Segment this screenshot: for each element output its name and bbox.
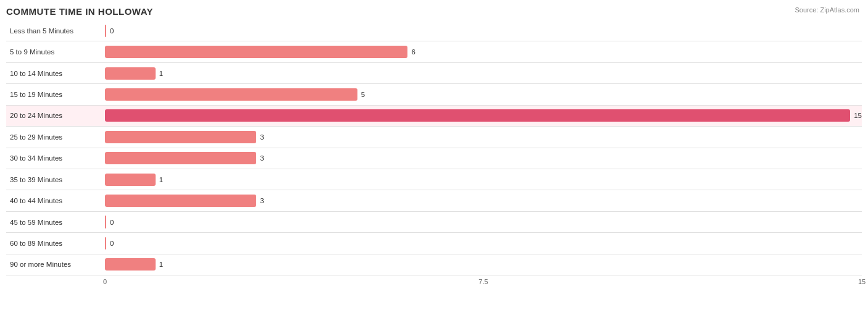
bar-value: 3 [260, 133, 264, 141]
bar-label: 5 to 9 Minutes [6, 48, 105, 56]
chart-container: COMMUTE TIME IN HOLLOWAY Source: ZipAtla… [0, 0, 868, 323]
bar-row: 10 to 14 Minutes1 [6, 63, 862, 84]
bar-row: 5 to 9 Minutes6 [6, 41, 862, 62]
bar-row: 15 to 19 Minutes5 [6, 84, 862, 105]
bar-label: 10 to 14 Minutes [6, 70, 105, 77]
bar-label: 90 or more Minutes [6, 261, 105, 268]
bar-fill [105, 195, 256, 207]
bar-value: 3 [260, 154, 264, 162]
bar-row: 45 to 59 Minutes0 [6, 212, 862, 233]
source-label: Source: ZipAtlas.com [795, 6, 859, 14]
bar-fill [105, 67, 156, 80]
bar-track: 6 [105, 46, 862, 58]
bar-fill [105, 46, 407, 58]
bar-value: 0 [110, 27, 114, 35]
bar-row: 40 to 44 Minutes3 [6, 190, 862, 211]
bar-track: 3 [105, 131, 862, 143]
bar-label: Less than 5 Minutes [6, 27, 105, 35]
bar-label: 30 to 34 Minutes [6, 154, 105, 162]
x-axis-tick: 15 [858, 278, 866, 285]
bar-fill [105, 174, 156, 186]
bar-track: 1 [105, 258, 862, 271]
bar-track: 0 [105, 237, 862, 250]
bar-fill [105, 237, 106, 250]
bar-row: 90 or more Minutes1 [6, 254, 862, 275]
bar-fill [105, 25, 106, 37]
bar-label: 20 to 24 Minutes [6, 112, 105, 119]
bar-label: 15 to 19 Minutes [6, 91, 105, 98]
chart-title: COMMUTE TIME IN HOLLOWAY [6, 6, 862, 17]
bar-value: 15 [854, 112, 862, 119]
bar-row: 30 to 34 Minutes3 [6, 148, 862, 169]
bar-row: 35 to 39 Minutes1 [6, 169, 862, 190]
bar-label: 45 to 59 Minutes [6, 219, 105, 226]
bar-value: 1 [159, 176, 163, 183]
bar-label: 35 to 39 Minutes [6, 176, 105, 183]
bar-track: 5 [105, 88, 862, 101]
bar-row: 60 to 89 Minutes0 [6, 233, 862, 254]
bar-value: 0 [110, 219, 114, 226]
bar-fill [105, 216, 106, 228]
bar-track: 0 [105, 25, 862, 37]
bar-fill [105, 131, 256, 143]
bar-value: 1 [159, 70, 163, 77]
bar-row: 20 to 24 Minutes15 [6, 106, 862, 127]
bar-track: 0 [105, 216, 862, 228]
x-axis-tick: 0 [103, 278, 107, 285]
bars-wrapper: Less than 5 Minutes05 to 9 Minutes610 to… [6, 20, 862, 275]
chart-area: Less than 5 Minutes05 to 9 Minutes610 to… [6, 20, 862, 294]
bar-label: 40 to 44 Minutes [6, 197, 105, 204]
bar-value: 6 [411, 48, 415, 56]
bar-row: Less than 5 Minutes0 [6, 20, 862, 41]
bar-label: 60 to 89 Minutes [6, 240, 105, 247]
bar-track: 3 [105, 195, 862, 207]
x-axis-tick: 7.5 [478, 278, 488, 285]
bar-track: 15 [105, 109, 862, 122]
bar-row: 25 to 29 Minutes3 [6, 127, 862, 148]
bar-value: 1 [159, 261, 163, 268]
bar-label: 25 to 29 Minutes [6, 133, 105, 141]
bar-track: 3 [105, 152, 862, 164]
bar-value: 0 [110, 240, 114, 247]
bar-fill [105, 109, 850, 122]
x-axis: 07.515 [105, 275, 862, 294]
bar-fill [105, 88, 357, 101]
bar-fill [105, 258, 156, 271]
bar-value: 3 [260, 197, 264, 204]
bar-track: 1 [105, 67, 862, 80]
bar-track: 1 [105, 174, 862, 186]
bar-value: 5 [361, 91, 365, 98]
bar-fill [105, 152, 256, 164]
